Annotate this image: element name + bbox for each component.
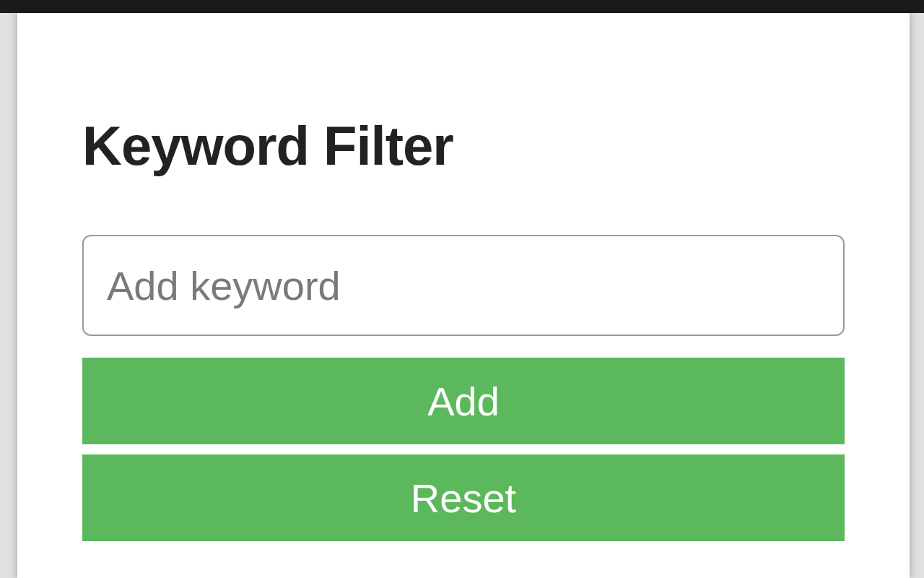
window-topbar — [0, 0, 924, 13]
reset-button[interactable]: Reset — [82, 454, 845, 541]
keyword-filter-panel: Keyword Filter Add Reset — [17, 13, 910, 578]
add-button[interactable]: Add — [82, 358, 845, 444]
panel-title: Keyword Filter — [82, 114, 845, 177]
keyword-input[interactable] — [82, 235, 845, 336]
